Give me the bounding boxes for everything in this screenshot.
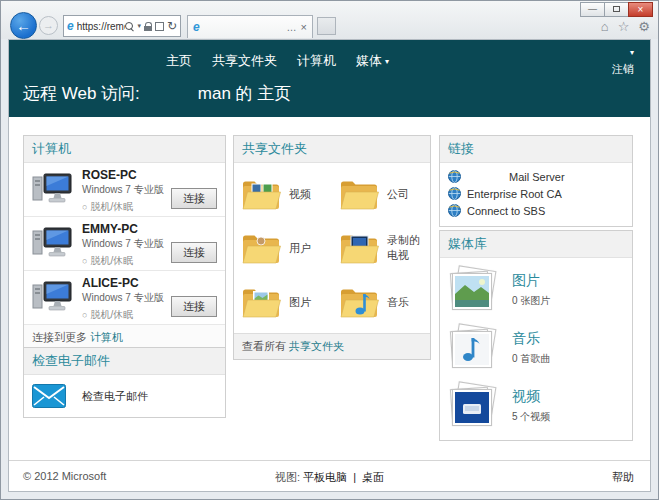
folder-item-videos[interactable]: 视频 <box>234 167 332 221</box>
pictures-stack-icon <box>448 266 498 314</box>
signout-link[interactable]: 注销 <box>612 63 634 75</box>
media-library-panel-title: 媒体库 <box>440 231 632 258</box>
links-panel-title: 链接 <box>440 136 632 163</box>
nav-media[interactable]: 媒体▾ <box>356 52 389 70</box>
music-stack-icon <box>448 324 498 372</box>
home-icon[interactable]: ⌂ <box>601 20 609 33</box>
status-circle-icon: ○ <box>82 256 87 266</box>
forward-button[interactable]: → <box>39 16 58 35</box>
connect-more-text: 连接到更多 <box>32 331 87 343</box>
page-title-prefix: 远程 Web 访问: <box>23 84 140 103</box>
url-text[interactable]: https://remote. <box>77 21 126 32</box>
connect-button[interactable]: 连接 <box>171 296 217 317</box>
connect-button[interactable]: 连接 <box>171 188 217 209</box>
link-label: Enterprise Root CA <box>467 188 562 200</box>
folder-item-recorded-tv[interactable]: 录制的电视 <box>332 221 430 275</box>
connect-button[interactable]: 连接 <box>171 242 217 263</box>
computer-icon <box>32 172 72 206</box>
link-label: Connect to SBS <box>467 205 545 217</box>
computer-row: ROSE-PC Windows 7 专业版 ○脱机/休眠 连接 <box>24 163 225 217</box>
browser-window: ← → e https://remote. ▾ ↻ e … × — × ⌂ <box>0 0 659 500</box>
chevron-down-icon: ▾ <box>385 57 389 66</box>
check-email-link[interactable]: 检查电子邮件 <box>82 389 148 404</box>
media-item-pictures[interactable]: 图片 0 张图片 <box>448 266 624 314</box>
computer-row: EMMY-PC Windows 7 专业版 ○脱机/休眠 连接 <box>24 217 225 271</box>
forward-arrow-icon: → <box>43 19 54 31</box>
globe-icon <box>448 204 461 217</box>
folder-item-company[interactable]: 公司 <box>332 167 430 221</box>
computer-name: ROSE-PC <box>82 168 217 182</box>
page-title: 远程 Web 访问:man 的 主页 <box>23 82 291 105</box>
media-item-music[interactable]: 音乐 0 首歌曲 <box>448 324 624 372</box>
shared-folders-panel: 共享文件夹 视频 <box>233 135 431 360</box>
refresh-icon[interactable]: ↻ <box>167 20 177 32</box>
folder-item-pictures[interactable]: 图片 <box>234 275 332 329</box>
recorded-tv-folder-icon <box>339 230 379 266</box>
back-arrow-icon: ← <box>16 17 31 34</box>
email-envelope-icon[interactable] <box>32 384 66 408</box>
minimize-button[interactable]: — <box>580 2 605 17</box>
site-header: 主页 共享文件夹 计算机 媒体▾ ▾ 注销 远程 Web 访问:man 的 主页 <box>9 40 650 117</box>
page-title-suffix: man 的 主页 <box>198 84 292 103</box>
site-favicon-icon: e <box>67 19 74 33</box>
maximize-icon <box>613 6 620 12</box>
nav-home[interactable]: 主页 <box>166 52 192 70</box>
link-item-connect-to-sbs[interactable]: Connect to SBS <box>448 204 624 217</box>
view-tablet-link[interactable]: 平板电脑 <box>303 471 347 483</box>
new-tab-button[interactable] <box>317 17 336 35</box>
media-count: 0 张图片 <box>512 294 550 308</box>
browser-chrome: ← → e https://remote. ▾ ↻ e … × — × ⌂ <box>1 1 658 39</box>
folder-label: 录制的电视 <box>387 233 430 263</box>
status-circle-icon: ○ <box>82 202 87 212</box>
folder-item-music[interactable]: 音乐 <box>332 275 430 329</box>
computer-row: ALICE-PC Windows 7 专业版 ○脱机/休眠 连接 <box>24 271 225 325</box>
users-folder-icon <box>241 230 281 266</box>
main-nav: 主页 共享文件夹 计算机 媒体▾ <box>166 52 389 70</box>
address-bar[interactable]: e https://remote. ▾ ↻ <box>63 15 181 37</box>
folder-grid: 视频 公司 <box>234 163 430 333</box>
favorites-star-icon[interactable]: ☆ <box>618 20 630 33</box>
media-label[interactable]: 视频 <box>512 388 550 406</box>
nav-computers[interactable]: 计算机 <box>297 52 336 70</box>
chrome-toolbar: ⌂ ☆ ⚙ <box>601 20 650 33</box>
media-library-panel: 媒体库 <box>439 230 633 441</box>
view-all-text: 查看所有 <box>242 340 286 352</box>
media-label[interactable]: 图片 <box>512 272 550 290</box>
videos-stack-icon <box>448 382 498 430</box>
music-folder-icon <box>339 284 379 320</box>
settings-gear-icon[interactable]: ⚙ <box>638 20 650 33</box>
help-link[interactable]: 帮助 <box>612 470 634 485</box>
globe-icon <box>448 170 461 183</box>
user-dropdown-icon[interactable]: ▾ <box>612 48 634 57</box>
tab-title: … <box>203 22 301 33</box>
view-desktop-link[interactable]: 桌面 <box>362 471 384 483</box>
search-dropdown-icon[interactable]: ▾ <box>137 22 141 30</box>
folder-label: 图片 <box>289 295 311 310</box>
link-label: Mail Server <box>509 171 565 183</box>
link-item-mail-server[interactable]: Mail Server <box>448 170 624 183</box>
window-controls: — × <box>581 2 653 17</box>
computer-icon <box>32 280 72 314</box>
media-item-videos[interactable]: 视频 5 个视频 <box>448 382 624 430</box>
shared-folders-footer: 查看所有 共享文件夹 <box>234 333 430 359</box>
view-label: 视图: <box>275 471 300 483</box>
folder-label: 用户 <box>289 241 311 256</box>
folder-label: 音乐 <box>387 295 409 310</box>
link-item-enterprise-root-ca[interactable]: Enterprise Root CA <box>448 187 624 200</box>
tab-close-icon[interactable]: × <box>301 21 307 33</box>
computers-link[interactable]: 计算机 <box>90 331 123 343</box>
compatibility-view-icon[interactable] <box>155 22 164 31</box>
tab-favicon-icon: e <box>193 20 200 34</box>
lock-icon <box>144 22 152 31</box>
media-label[interactable]: 音乐 <box>512 330 550 348</box>
pictures-folder-icon <box>241 284 281 320</box>
shared-folders-link[interactable]: 共享文件夹 <box>289 340 344 352</box>
maximize-button[interactable] <box>604 2 629 17</box>
close-button[interactable]: × <box>628 2 653 17</box>
globe-icon <box>448 187 461 200</box>
folder-item-users[interactable]: 用户 <box>234 221 332 275</box>
back-button[interactable]: ← <box>10 12 37 39</box>
nav-shared-folders[interactable]: 共享文件夹 <box>212 52 277 70</box>
browser-tab[interactable]: e … × <box>187 15 313 38</box>
search-icon[interactable] <box>125 22 134 31</box>
